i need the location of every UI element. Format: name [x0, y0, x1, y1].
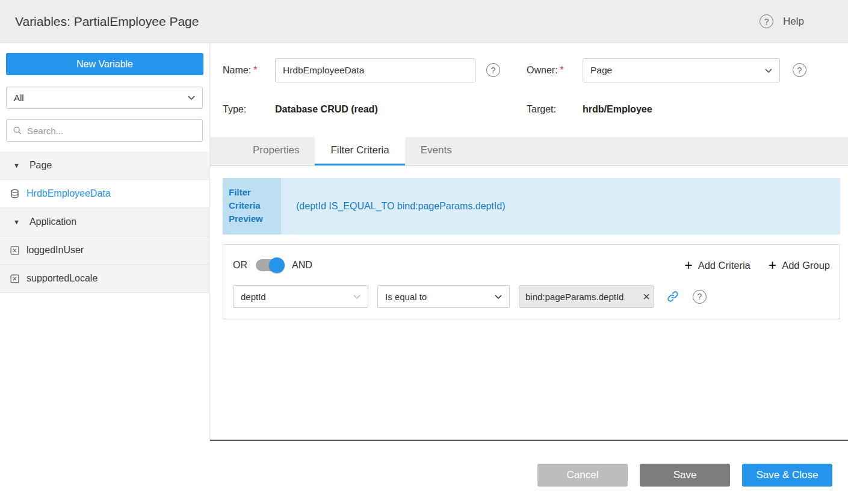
operator-select[interactable]: Is equal to — [377, 285, 510, 308]
bind-value-text: bind:pageParams.deptId — [525, 292, 642, 302]
field-value: deptId — [241, 292, 266, 302]
criteria-toolbar: OR AND + Add Criteria + Add Group — [233, 253, 830, 277]
model-variable-icon — [10, 245, 20, 256]
help-button[interactable]: ? Help — [760, 14, 804, 28]
add-group-button[interactable]: + Add Group — [769, 259, 830, 272]
type-label: Type: — [223, 100, 246, 118]
required-marker: * — [560, 65, 564, 75]
target-value: hrdb/Employee — [583, 100, 652, 118]
tab-events[interactable]: Events — [405, 137, 468, 165]
add-group-label: Add Group — [782, 260, 830, 271]
chevron-down-icon — [353, 295, 361, 299]
chevron-down-icon — [495, 295, 502, 299]
sidebar-group-application[interactable]: ▼ Application — [0, 208, 209, 236]
variable-form: Name:* ? Owner:* Page ? Type: Database C… — [210, 44, 848, 137]
cancel-button[interactable]: Cancel — [537, 464, 628, 487]
owner-select[interactable]: Page — [583, 58, 780, 82]
tab-filter-criteria[interactable]: Filter Criteria — [315, 137, 404, 165]
clear-bind-icon[interactable]: × — [643, 290, 650, 303]
search-icon — [13, 126, 22, 135]
criteria-actions: + Add Criteria + Add Group — [684, 259, 830, 272]
sidebar-item-supportedlocale[interactable]: supportedLocale — [0, 265, 209, 293]
title-bar: Variables: PartialEmployee Page ? Help — [0, 0, 848, 43]
save-and-close-button[interactable]: Save & Close — [742, 464, 832, 487]
bind-link-icon[interactable] — [666, 290, 679, 303]
operator-value: Is equal to — [385, 292, 427, 302]
bind-value-field[interactable]: bind:pageParams.deptId × — [519, 285, 654, 308]
add-criteria-label: Add Criteria — [698, 260, 751, 271]
variable-label: loggedInUser — [26, 245, 84, 256]
or-label: OR — [233, 260, 247, 271]
sidebar-group-page[interactable]: ▼ Page — [0, 152, 209, 180]
sidebar-item-loggedinuser[interactable]: loggedInUser — [0, 236, 209, 265]
name-label: Name:* — [223, 58, 257, 82]
help-label: Help — [783, 16, 804, 28]
preview-label: Filter Criteria Preview — [223, 178, 281, 235]
page-title: Variables: PartialEmployee Page — [15, 14, 199, 29]
variable-type-filter-dropdown[interactable]: All — [6, 87, 203, 109]
name-help-icon[interactable]: ? — [486, 63, 500, 77]
new-variable-button[interactable]: New Variable — [6, 53, 203, 75]
or-and-toggle[interactable] — [256, 259, 283, 271]
plus-icon: + — [684, 259, 692, 272]
filter-criteria-preview: Filter Criteria Preview (deptId IS_EQUAL… — [223, 178, 840, 235]
collapse-triangle-icon: ▼ — [13, 162, 20, 169]
group-label: Application — [29, 217, 76, 227]
variable-label: supportedLocale — [26, 273, 97, 284]
toggle-knob — [269, 257, 285, 273]
sidebar-item-hrdbemployeedata[interactable]: HrdbEmployeeData — [0, 180, 209, 208]
collapse-triangle-icon: ▼ — [13, 219, 20, 226]
save-button[interactable]: Save — [640, 464, 730, 487]
variable-type-filter-value: All — [14, 93, 24, 103]
criteria-builder: OR AND + Add Criteria + Add Group — [223, 244, 840, 319]
variable-search-box — [6, 119, 203, 142]
variable-detail-panel: Name:* ? Owner:* Page ? Type: Database C… — [210, 44, 848, 441]
search-input[interactable] — [27, 126, 196, 136]
owner-label: Owner:* — [527, 58, 564, 82]
and-label: AND — [292, 260, 312, 271]
name-input[interactable] — [275, 58, 475, 82]
type-value: Database CRUD (read) — [275, 100, 378, 118]
required-marker: * — [253, 65, 257, 75]
variables-sidebar: New Variable All ▼ Page HrdbEmployeeData… — [0, 44, 209, 441]
dialog-footer: Cancel Save Save & Close — [0, 441, 848, 504]
add-criteria-button[interactable]: + Add Criteria — [684, 259, 751, 272]
field-select[interactable]: deptId — [233, 285, 368, 308]
criteria-help-icon[interactable]: ? — [693, 290, 707, 304]
owner-help-icon[interactable]: ? — [793, 63, 806, 77]
tab-properties[interactable]: Properties — [237, 137, 315, 165]
variables-tree: ▼ Page HrdbEmployeeData ▼ Application lo… — [0, 152, 209, 293]
database-variable-icon — [10, 189, 20, 199]
owner-value: Page — [590, 65, 612, 76]
help-icon: ? — [760, 14, 773, 28]
variable-label: HrdbEmployeeData — [26, 188, 111, 199]
chevron-down-icon — [188, 96, 195, 100]
target-label: Target: — [527, 100, 556, 118]
model-variable-icon — [10, 274, 20, 284]
detail-tabs: Properties Filter Criteria Events — [210, 137, 848, 166]
preview-expression: (deptId IS_EQUAL_TO bind:pageParams.dept… — [281, 178, 840, 235]
chevron-down-icon — [765, 69, 772, 73]
criteria-row: deptId Is equal to bind:pageParams.deptI… — [233, 285, 830, 308]
filter-criteria-panel: Filter Criteria Preview (deptId IS_EQUAL… — [210, 166, 848, 440]
plus-icon: + — [769, 259, 776, 272]
group-label: Page — [29, 160, 52, 171]
